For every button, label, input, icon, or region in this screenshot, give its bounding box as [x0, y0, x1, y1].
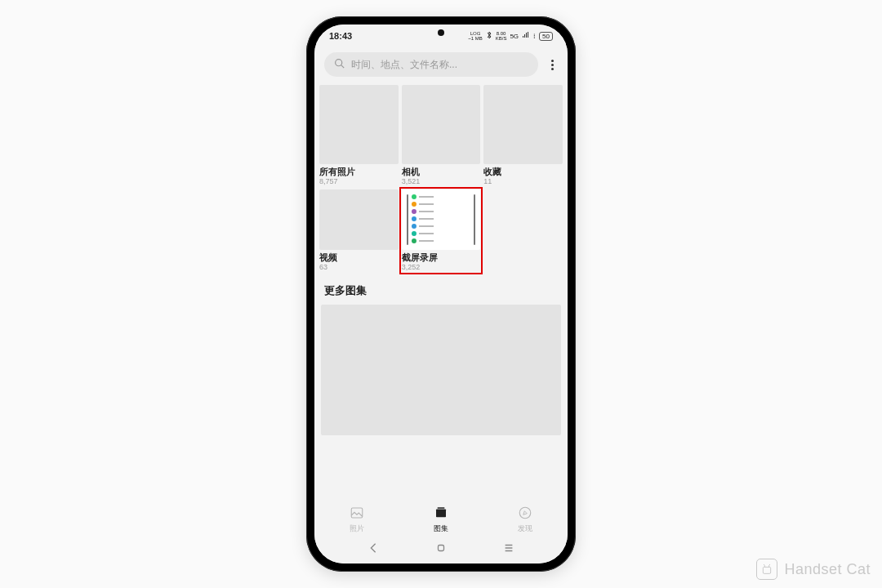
search-input[interactable]: 时间、地点、文件名称...	[324, 52, 538, 77]
bottom-tabs: 照片 图集 发现	[314, 500, 568, 539]
nav-home-icon[interactable]	[435, 542, 447, 557]
bluetooth-icon	[486, 31, 492, 41]
more-albums-tile[interactable]	[321, 305, 561, 435]
svg-rect-10	[764, 567, 771, 573]
screen: 18:43 LOG~1 MB 8.00KB/S 5G ⁞ 50	[314, 24, 568, 564]
svg-point-5	[520, 507, 532, 519]
watermark: Handset Cat	[756, 559, 871, 580]
battery-icon: 50	[539, 32, 553, 41]
album-all-photos[interactable]: 所有照片 8,757	[319, 85, 399, 186]
android-nav-bar	[314, 539, 568, 564]
svg-line-1	[341, 65, 344, 68]
album-thumb	[483, 85, 563, 164]
album-grid: 所有照片 8,757 相机 3,521 收藏 11 视频 63	[318, 85, 564, 272]
status-indicators: LOG~1 MB 8.00KB/S 5G ⁞ 50	[468, 31, 553, 41]
search-placeholder: 时间、地点、文件名称...	[351, 58, 457, 72]
album-thumb	[319, 189, 399, 250]
watermark-text: Handset Cat	[784, 561, 871, 578]
album-empty-slot	[483, 189, 563, 272]
status-time: 18:43	[329, 31, 352, 41]
album-favorites[interactable]: 收藏 11	[483, 85, 563, 186]
svg-rect-2	[351, 508, 363, 518]
nav-recents-icon[interactable]	[503, 542, 514, 557]
wifi-icon: ⁞	[533, 33, 536, 40]
album-screenshots[interactable]: 截屏录屏 3,252	[402, 189, 481, 272]
content-area: 所有照片 8,757 相机 3,521 收藏 11 视频 63	[314, 85, 568, 500]
more-albums-title: 更多图集	[318, 272, 564, 305]
search-row: 时间、地点、文件名称...	[314, 47, 568, 85]
svg-rect-4	[437, 507, 444, 509]
album-thumb	[402, 189, 481, 250]
more-menu-button[interactable]	[546, 60, 558, 70]
albums-icon	[434, 506, 448, 522]
search-icon	[334, 58, 345, 71]
album-videos[interactable]: 视频 63	[319, 189, 399, 272]
signal-icon	[522, 32, 530, 40]
svg-point-0	[336, 60, 342, 66]
svg-rect-6	[438, 546, 443, 551]
signal-label: 5G	[510, 33, 519, 40]
photo-icon	[350, 506, 364, 522]
phone-frame: 18:43 LOG~1 MB 8.00KB/S 5G ⁞ 50	[306, 16, 576, 572]
album-thumb	[319, 85, 399, 164]
watermark-logo-icon	[756, 559, 777, 580]
tab-photos[interactable]: 照片	[314, 500, 399, 539]
svg-rect-3	[436, 509, 446, 517]
compass-icon	[518, 506, 532, 522]
album-camera[interactable]: 相机 3,521	[402, 85, 481, 186]
tab-discover[interactable]: 发现	[483, 500, 568, 539]
album-thumb	[402, 85, 481, 164]
nav-back-icon[interactable]	[368, 542, 379, 557]
tab-albums[interactable]: 图集	[399, 500, 483, 539]
status-bar: 18:43 LOG~1 MB 8.00KB/S 5G ⁞ 50	[314, 24, 568, 47]
